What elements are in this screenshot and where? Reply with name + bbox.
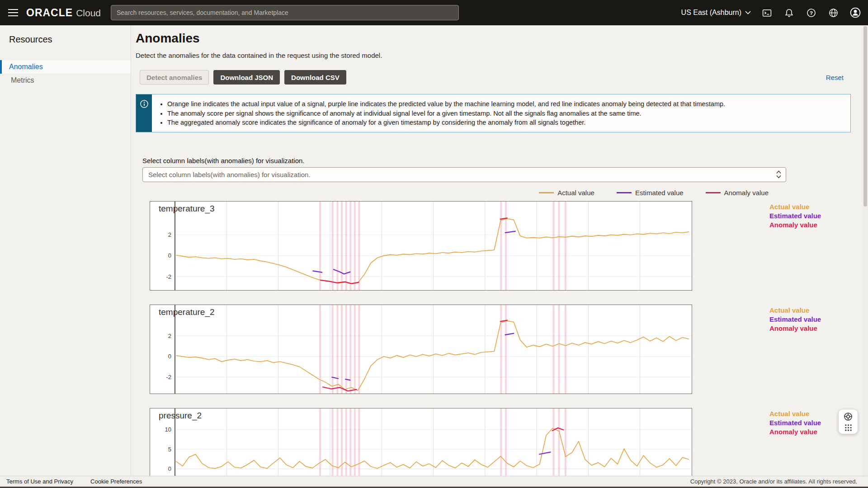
info-banner: Orange line indicates the actual input v… <box>136 94 851 132</box>
chart-temperature_3: 20-2temperature_3 <box>150 201 692 291</box>
chart-row-temperature_2: 20-2temperature_2Actual valueEstimated v… <box>150 305 863 394</box>
chart-side-legend: Actual valueEstimated valueAnomaly value <box>769 409 821 436</box>
chart-temperature_2: 20-2temperature_2 <box>150 305 692 394</box>
grid-dots-icon[interactable] <box>844 424 852 432</box>
side-legend-entry: Anomaly value <box>769 324 821 333</box>
select-spinner-icon[interactable] <box>776 171 781 178</box>
svg-text:-2: -2 <box>166 374 171 380</box>
column-select-section: Select column labels(with anomalies) for… <box>142 157 863 182</box>
column-select-placeholder: Select column labels(with anomalies) for… <box>148 171 311 178</box>
chart-side-legend: Actual valueEstimated valueAnomaly value <box>769 202 821 230</box>
chart-legend-row: Actual value Estimated value Anomaly val… <box>150 189 769 197</box>
copyright-text: Copyright © 2023, Oracle and/or its affi… <box>690 478 857 485</box>
sidebar-item-anomalies[interactable]: Anomalies <box>0 60 131 74</box>
chart-title-temperature_3: temperature_3 <box>159 204 215 214</box>
side-legend-entry: Actual value <box>769 306 821 315</box>
legend-swatch-estimated <box>617 192 632 193</box>
chart-row-pressure_2: 1050pressure_2Actual valueEstimated valu… <box>150 408 863 476</box>
download-csv-button[interactable]: Download CSV <box>284 70 346 84</box>
info-banner-stripe <box>136 94 152 132</box>
info-banner-body: Orange line indicates the actual input v… <box>152 94 734 132</box>
page-title: Anomalies <box>136 31 863 46</box>
column-select-label: Select column labels(with anomalies) for… <box>142 157 863 165</box>
svg-text:2: 2 <box>168 231 171 238</box>
search-input[interactable] <box>111 5 459 20</box>
vertical-scrollbar[interactable] <box>863 25 868 476</box>
language-icon[interactable] <box>827 6 840 19</box>
floating-help-widget <box>838 409 858 434</box>
resources-sidebar: Resources Anomalies Metrics <box>0 25 131 476</box>
actions-row: Detect anomalies Download JSON Download … <box>136 70 851 84</box>
side-legend-entry: Anomaly value <box>769 427 821 436</box>
info-icon <box>140 99 149 108</box>
region-selector[interactable]: US East (Ashburn) <box>681 9 751 17</box>
profile-icon[interactable] <box>849 6 862 19</box>
top-navigation-bar: ORACLE Cloud US East (Ashburn) ? <box>0 0 868 25</box>
chart-side-legend: Actual valueEstimated valueAnomaly value <box>769 306 821 333</box>
column-select[interactable]: Select column labels(with anomalies) for… <box>142 167 786 182</box>
sidebar-title: Resources <box>0 34 131 45</box>
side-legend-entry: Estimated value <box>769 315 821 324</box>
chevron-down-icon <box>745 11 751 14</box>
detect-anomalies-button[interactable]: Detect anomalies <box>140 70 209 84</box>
cloud-shell-icon[interactable] <box>760 6 773 19</box>
info-bullet: The anomaly score per signal shows the s… <box>167 109 725 118</box>
svg-text:0: 0 <box>168 252 171 259</box>
side-legend-entry: Actual value <box>769 409 821 418</box>
main-content: Anomalies Detect the anomalies for the d… <box>131 25 863 476</box>
legend-item-anomaly: Anomaly value <box>706 189 769 197</box>
svg-text:5: 5 <box>168 446 171 452</box>
footer: Terms of Use and Privacy Cookie Preferen… <box>0 476 868 487</box>
side-legend-entry: Actual value <box>769 202 821 211</box>
hamburger-icon[interactable] <box>0 0 24 25</box>
scrollbar-thumb[interactable] <box>863 26 867 206</box>
svg-text:0: 0 <box>168 353 171 360</box>
legend-item-actual: Actual value <box>539 189 594 197</box>
svg-text:0: 0 <box>168 465 171 472</box>
reset-link[interactable]: Reset <box>826 74 844 81</box>
side-legend-entry: Estimated value <box>769 418 821 427</box>
svg-text:?: ? <box>809 10 812 15</box>
legend-swatch-anomaly <box>706 192 721 193</box>
svg-text:10: 10 <box>165 426 171 433</box>
legend-item-estimated: Estimated value <box>617 189 684 197</box>
charts-area: 20-2temperature_3Actual valueEstimated v… <box>136 201 863 476</box>
brand-cloud: Cloud <box>76 8 101 19</box>
sidebar-item-metrics[interactable]: Metrics <box>0 74 131 87</box>
download-json-button[interactable]: Download JSON <box>213 70 280 84</box>
side-legend-entry: Anomaly value <box>769 221 821 230</box>
help-icon[interactable]: ? <box>805 6 817 19</box>
chart-title-pressure_2: pressure_2 <box>159 411 202 421</box>
chart-title-temperature_2: temperature_2 <box>159 307 215 317</box>
chart-row-temperature_3: 20-2temperature_3Actual valueEstimated v… <box>150 201 863 291</box>
svg-text:2: 2 <box>168 332 171 339</box>
page-subtitle: Detect the anomalies for the data contai… <box>136 52 863 60</box>
chart-pressure_2: 1050pressure_2 <box>150 408 692 476</box>
topbar-actions: US East (Ashburn) ? <box>681 0 862 25</box>
help-buoy-icon[interactable] <box>843 412 853 422</box>
notifications-icon[interactable] <box>783 6 795 19</box>
region-label: US East (Ashburn) <box>681 9 741 17</box>
brand-oracle: ORACLE <box>26 7 73 19</box>
side-legend-entry: Estimated value <box>769 211 821 221</box>
sidebar-nav: Anomalies Metrics <box>0 60 131 87</box>
svg-text:-2: -2 <box>166 273 171 280</box>
legend-swatch-actual <box>539 192 554 193</box>
info-bullet: Orange line indicates the actual input v… <box>167 99 725 109</box>
info-bullet: The aggregated anomaly score indicates t… <box>167 118 725 127</box>
terms-link[interactable]: Terms of Use and Privacy <box>6 478 73 485</box>
oracle-cloud-logo[interactable]: ORACLE Cloud <box>26 7 101 19</box>
cookie-preferences-link[interactable]: Cookie Preferences <box>90 478 142 485</box>
